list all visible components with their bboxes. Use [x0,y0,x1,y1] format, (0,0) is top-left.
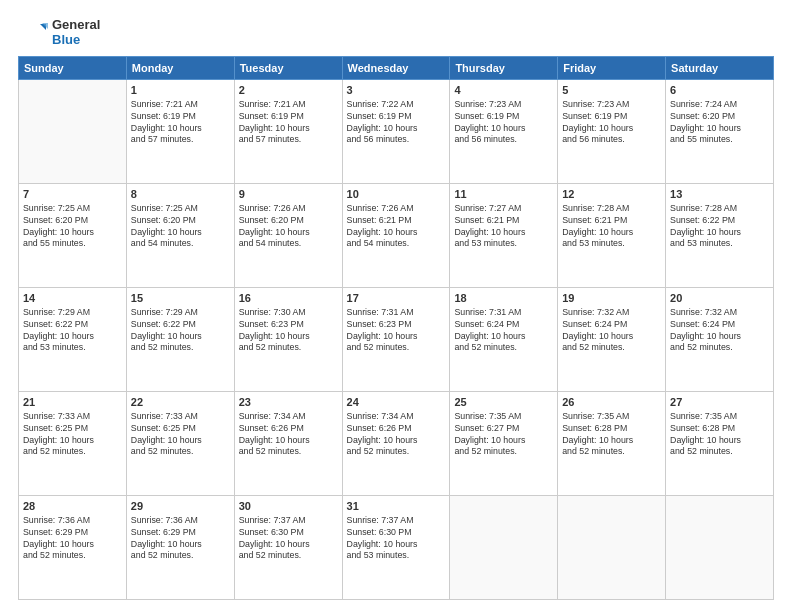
calendar-cell: 1Sunrise: 7:21 AMSunset: 6:19 PMDaylight… [126,80,234,184]
day-number: 18 [454,291,553,306]
day-number: 9 [239,187,338,202]
day-detail: Sunrise: 7:23 AMSunset: 6:19 PMDaylight:… [562,99,661,147]
day-detail: Sunrise: 7:33 AMSunset: 6:25 PMDaylight:… [131,411,230,459]
day-number: 12 [562,187,661,202]
weekday-header-tuesday: Tuesday [234,57,342,80]
calendar-cell: 18Sunrise: 7:31 AMSunset: 6:24 PMDayligh… [450,288,558,392]
day-detail: Sunrise: 7:25 AMSunset: 6:20 PMDaylight:… [131,203,230,251]
day-detail: Sunrise: 7:25 AMSunset: 6:20 PMDaylight:… [23,203,122,251]
calendar-table: SundayMondayTuesdayWednesdayThursdayFrid… [18,56,774,600]
calendar-cell: 14Sunrise: 7:29 AMSunset: 6:22 PMDayligh… [19,288,127,392]
day-number: 8 [131,187,230,202]
day-detail: Sunrise: 7:37 AMSunset: 6:30 PMDaylight:… [347,515,446,563]
day-detail: Sunrise: 7:32 AMSunset: 6:24 PMDaylight:… [562,307,661,355]
logo-blue-text: Blue [52,33,100,48]
calendar-week-1: 1Sunrise: 7:21 AMSunset: 6:19 PMDaylight… [19,80,774,184]
day-detail: Sunrise: 7:34 AMSunset: 6:26 PMDaylight:… [347,411,446,459]
calendar-cell: 7Sunrise: 7:25 AMSunset: 6:20 PMDaylight… [19,184,127,288]
calendar-body: 1Sunrise: 7:21 AMSunset: 6:19 PMDaylight… [19,80,774,600]
weekday-header-friday: Friday [558,57,666,80]
calendar-week-5: 28Sunrise: 7:36 AMSunset: 6:29 PMDayligh… [19,496,774,600]
day-detail: Sunrise: 7:28 AMSunset: 6:22 PMDaylight:… [670,203,769,251]
day-detail: Sunrise: 7:21 AMSunset: 6:19 PMDaylight:… [131,99,230,147]
page: General Blue SundayMondayTuesdayWednesda… [0,0,792,612]
day-detail: Sunrise: 7:36 AMSunset: 6:29 PMDaylight:… [23,515,122,563]
day-number: 27 [670,395,769,410]
day-number: 26 [562,395,661,410]
day-number: 21 [23,395,122,410]
logo: General Blue [18,18,100,48]
day-detail: Sunrise: 7:26 AMSunset: 6:20 PMDaylight:… [239,203,338,251]
weekday-header-thursday: Thursday [450,57,558,80]
day-detail: Sunrise: 7:35 AMSunset: 6:28 PMDaylight:… [670,411,769,459]
weekday-header-wednesday: Wednesday [342,57,450,80]
day-number: 19 [562,291,661,306]
day-detail: Sunrise: 7:24 AMSunset: 6:20 PMDaylight:… [670,99,769,147]
day-number: 4 [454,83,553,98]
calendar-week-2: 7Sunrise: 7:25 AMSunset: 6:20 PMDaylight… [19,184,774,288]
day-detail: Sunrise: 7:34 AMSunset: 6:26 PMDaylight:… [239,411,338,459]
day-detail: Sunrise: 7:23 AMSunset: 6:19 PMDaylight:… [454,99,553,147]
day-number: 14 [23,291,122,306]
day-number: 22 [131,395,230,410]
calendar-cell: 12Sunrise: 7:28 AMSunset: 6:21 PMDayligh… [558,184,666,288]
calendar-cell: 31Sunrise: 7:37 AMSunset: 6:30 PMDayligh… [342,496,450,600]
calendar-cell: 24Sunrise: 7:34 AMSunset: 6:26 PMDayligh… [342,392,450,496]
calendar-cell: 16Sunrise: 7:30 AMSunset: 6:23 PMDayligh… [234,288,342,392]
header: General Blue [18,18,774,48]
day-detail: Sunrise: 7:35 AMSunset: 6:27 PMDaylight:… [454,411,553,459]
day-number: 6 [670,83,769,98]
calendar-cell: 9Sunrise: 7:26 AMSunset: 6:20 PMDaylight… [234,184,342,288]
day-detail: Sunrise: 7:22 AMSunset: 6:19 PMDaylight:… [347,99,446,147]
calendar-cell [558,496,666,600]
calendar-cell: 26Sunrise: 7:35 AMSunset: 6:28 PMDayligh… [558,392,666,496]
calendar-header-row: SundayMondayTuesdayWednesdayThursdayFrid… [19,57,774,80]
logo-svg [18,18,48,48]
calendar-cell: 4Sunrise: 7:23 AMSunset: 6:19 PMDaylight… [450,80,558,184]
calendar-cell: 19Sunrise: 7:32 AMSunset: 6:24 PMDayligh… [558,288,666,392]
day-number: 7 [23,187,122,202]
day-number: 17 [347,291,446,306]
calendar-cell: 27Sunrise: 7:35 AMSunset: 6:28 PMDayligh… [666,392,774,496]
day-number: 28 [23,499,122,514]
calendar-cell: 5Sunrise: 7:23 AMSunset: 6:19 PMDaylight… [558,80,666,184]
day-number: 31 [347,499,446,514]
day-number: 23 [239,395,338,410]
calendar-week-3: 14Sunrise: 7:29 AMSunset: 6:22 PMDayligh… [19,288,774,392]
calendar-cell: 21Sunrise: 7:33 AMSunset: 6:25 PMDayligh… [19,392,127,496]
calendar-cell [666,496,774,600]
day-number: 29 [131,499,230,514]
day-detail: Sunrise: 7:33 AMSunset: 6:25 PMDaylight:… [23,411,122,459]
calendar-week-4: 21Sunrise: 7:33 AMSunset: 6:25 PMDayligh… [19,392,774,496]
calendar-cell [19,80,127,184]
calendar-cell: 15Sunrise: 7:29 AMSunset: 6:22 PMDayligh… [126,288,234,392]
calendar-cell: 3Sunrise: 7:22 AMSunset: 6:19 PMDaylight… [342,80,450,184]
day-detail: Sunrise: 7:36 AMSunset: 6:29 PMDaylight:… [131,515,230,563]
day-detail: Sunrise: 7:30 AMSunset: 6:23 PMDaylight:… [239,307,338,355]
calendar-cell: 2Sunrise: 7:21 AMSunset: 6:19 PMDaylight… [234,80,342,184]
day-number: 25 [454,395,553,410]
day-detail: Sunrise: 7:31 AMSunset: 6:24 PMDaylight:… [454,307,553,355]
day-detail: Sunrise: 7:28 AMSunset: 6:21 PMDaylight:… [562,203,661,251]
calendar-cell: 13Sunrise: 7:28 AMSunset: 6:22 PMDayligh… [666,184,774,288]
logo-general-text: General [52,18,100,33]
calendar-cell: 23Sunrise: 7:34 AMSunset: 6:26 PMDayligh… [234,392,342,496]
day-number: 1 [131,83,230,98]
day-number: 20 [670,291,769,306]
weekday-header-sunday: Sunday [19,57,127,80]
day-detail: Sunrise: 7:35 AMSunset: 6:28 PMDaylight:… [562,411,661,459]
calendar-cell: 28Sunrise: 7:36 AMSunset: 6:29 PMDayligh… [19,496,127,600]
calendar-cell: 25Sunrise: 7:35 AMSunset: 6:27 PMDayligh… [450,392,558,496]
weekday-header-monday: Monday [126,57,234,80]
day-detail: Sunrise: 7:31 AMSunset: 6:23 PMDaylight:… [347,307,446,355]
calendar-cell: 10Sunrise: 7:26 AMSunset: 6:21 PMDayligh… [342,184,450,288]
calendar-cell: 6Sunrise: 7:24 AMSunset: 6:20 PMDaylight… [666,80,774,184]
day-number: 3 [347,83,446,98]
day-number: 13 [670,187,769,202]
weekday-header-saturday: Saturday [666,57,774,80]
day-detail: Sunrise: 7:32 AMSunset: 6:24 PMDaylight:… [670,307,769,355]
calendar-cell: 8Sunrise: 7:25 AMSunset: 6:20 PMDaylight… [126,184,234,288]
day-detail: Sunrise: 7:29 AMSunset: 6:22 PMDaylight:… [131,307,230,355]
day-number: 16 [239,291,338,306]
day-detail: Sunrise: 7:29 AMSunset: 6:22 PMDaylight:… [23,307,122,355]
